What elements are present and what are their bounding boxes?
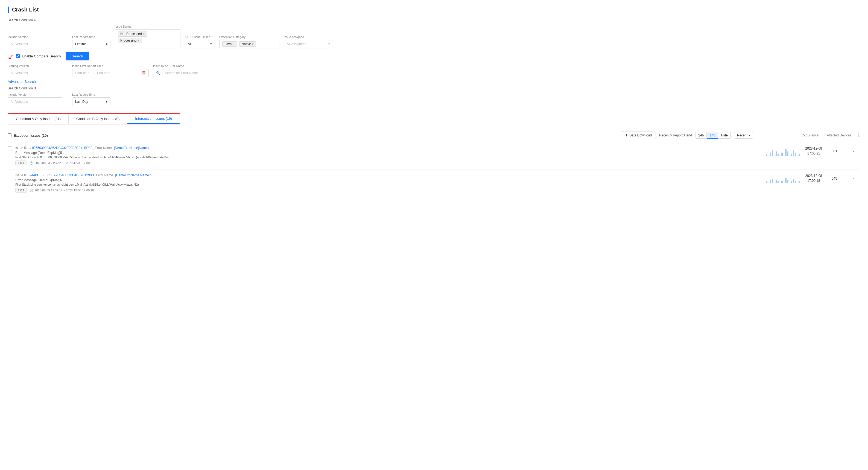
condition-b-label: Search Condition B	[8, 86, 860, 90]
issue-1-checkbox[interactable]	[8, 147, 12, 151]
issue-id-error-name-label: Issue ID or Error Name	[153, 64, 860, 67]
exception-category-input[interactable]: Java × Native ×	[219, 40, 279, 49]
include-version-b-field: Include Version	[8, 93, 68, 106]
issue-status-input[interactable]: Not Processed × Processing ×	[115, 29, 180, 49]
advanced-search-link[interactable]: Advanced Search	[8, 80, 36, 84]
issue-first-report-time-field: Issue First Report Time Start date → End…	[72, 64, 149, 77]
tag-not-processed[interactable]: Not Processed ×	[118, 31, 147, 37]
issue-assignee-select[interactable]: All Assignees ▾	[284, 40, 333, 49]
tag-close-processing[interactable]: ×	[137, 39, 139, 42]
issue-id-label-2: Issue ID	[15, 174, 27, 177]
error-name-label-2: Error Name	[96, 174, 113, 177]
issue-assignee-label: Issue Assignee	[284, 35, 333, 38]
issue-error-message-1: Error Message [DemoExpMsg]5	[15, 151, 753, 155]
recent-dropdown[interactable]: Recent ▾	[734, 132, 753, 138]
chevron-down-icon: ▾	[106, 42, 107, 46]
search-icon: 🔍	[156, 71, 160, 75]
starting-version-input[interactable]	[8, 69, 62, 77]
issue-first-report-time-input[interactable]: Start date → End date 📅	[72, 69, 149, 77]
chevron-down-icon-assignee: ▾	[328, 42, 330, 46]
tag-processing[interactable]: Processing ×	[118, 38, 142, 43]
clock-icon-2: 🕐	[30, 189, 33, 192]
exception-category-label: Exception Category	[219, 35, 279, 38]
clock-icon-1: 🕐	[30, 161, 33, 165]
trend-label: Recently Report Trend	[659, 133, 692, 137]
issue-id-link-1[interactable]: 41D55039024A62DCC32F92F3C911BD2E	[30, 146, 93, 150]
error-name-label-1: Error Name	[95, 146, 112, 150]
issue-version-1: 1.0.1	[15, 160, 27, 165]
last-report-time-b-label: Last Report Time	[72, 93, 111, 96]
starting-version-field: Starting Version	[8, 64, 68, 77]
tab-condition-a[interactable]: Condition A Only Issues (81)	[8, 114, 69, 124]
issue-time-range-1: 🕐 2023-08-03 21:37:23 ~ 2023-12-08 17:00…	[30, 161, 94, 165]
tapd-select[interactable]: All ▾	[185, 40, 215, 49]
include-version-b-label: Include Version	[8, 93, 68, 96]
calendar-icon: 📅	[142, 71, 146, 75]
tabs-container: Condition A Only Issues (81) Condition B…	[8, 113, 180, 124]
tag-close-not-processed[interactable]: ×	[143, 32, 145, 35]
issue-status-field: Issue Status Not Processed × Processing …	[115, 25, 180, 49]
tapd-issue-linked-field: TAPD Issue Linked? All ▾	[185, 35, 215, 49]
last-report-time-field: Last Report Time Lifetime ▾	[72, 35, 111, 49]
last-report-time-label: Last Report Time	[72, 35, 111, 38]
data-download-button[interactable]: ⬇ Data Download	[621, 131, 656, 139]
col-right-headers: Occurrence Affected Devices ⓘ	[756, 133, 860, 138]
exception-category-field: Exception Category Java × Native ×	[219, 35, 279, 49]
issue-first-report-time-label: Issue First Report Time	[72, 64, 149, 67]
tag-close-native[interactable]: ×	[252, 42, 254, 46]
date-range-arrow: →	[92, 71, 95, 75]
issue-affected-1: -	[847, 149, 860, 153]
issue-error-message-2: Error Message [DemoExpMsg]6	[15, 178, 753, 182]
issue-stack-1: First Stack Line #00 pc 0000000000042558…	[15, 156, 753, 159]
tab-intersection[interactable]: Intersection Issues (19)	[127, 114, 180, 124]
trend-btn-24h[interactable]: 24h	[695, 132, 707, 138]
issue-report-time-2: 2023-12-0817:00:18	[805, 174, 822, 183]
issue-time-range-2: 🕐 2023-08-03 19:37:17 ~ 2023-12-08 17:00…	[30, 189, 94, 192]
issue-occurrence-1: 581	[828, 149, 841, 153]
condition-a-label: Search Condition A	[8, 18, 860, 22]
starting-version-label: Starting Version	[8, 64, 68, 67]
download-icon: ⬇	[625, 133, 628, 137]
chevron-down-icon-b: ▾	[106, 100, 107, 104]
issue-report-time-1: 2023-12-0817:00:21	[805, 146, 822, 156]
issue-occurrence-2: 545	[828, 176, 841, 181]
select-all-checkbox[interactable]	[8, 133, 11, 137]
issue-assignee-field: Issue Assignee All Assignees ▾	[284, 35, 333, 49]
issue-2-checkbox[interactable]	[8, 174, 12, 178]
include-version-label: Include Version	[8, 35, 68, 38]
trend-btn-hide[interactable]: Hide	[718, 132, 731, 138]
arrow-indicator: ↙	[8, 53, 14, 61]
enable-compare-checkbox[interactable]	[16, 54, 20, 58]
chevron-down-icon-recent: ▾	[748, 133, 750, 137]
tapd-label: TAPD Issue Linked?	[185, 35, 215, 38]
issue-stack-2: First Stack Line com.tencent.crashsight.…	[15, 183, 753, 186]
last-report-time-select[interactable]: Lifetime ▾	[72, 40, 111, 49]
tag-close-java[interactable]: ×	[232, 42, 234, 46]
issue-affected-2: -	[847, 176, 860, 181]
issue-id-error-name-field: Issue ID or Error Name 🔍	[153, 64, 860, 77]
error-name-link-1[interactable]: [DemoExpName]Name4	[114, 146, 150, 150]
last-report-time-b-select[interactable]: Last Day ▾	[72, 97, 111, 106]
include-version-b-input[interactable]	[8, 97, 62, 106]
table-header: Exception Issues (19) ⬇ Data Download Re…	[8, 129, 860, 142]
info-icon: ⓘ	[857, 133, 860, 138]
page-title: Crash List	[8, 6, 860, 13]
tag-java[interactable]: Java ×	[222, 41, 237, 47]
error-name-link-2[interactable]: [DemoExpName]Name7	[115, 174, 151, 177]
issue-id-link-2[interactable]: 944BDE50FC86A9C510ECDB4DE931290B	[30, 174, 94, 177]
issue-status-label: Issue Status	[115, 25, 180, 28]
tab-condition-b[interactable]: Condition B Only Issues (0)	[69, 114, 127, 124]
search-button[interactable]: Search	[66, 52, 89, 60]
issue-chart-1	[766, 146, 800, 156]
include-version-field: Include Version	[8, 35, 68, 49]
issue-row: Issue ID 41D55039024A62DCC32F92F3C911BD2…	[8, 142, 860, 169]
tag-native[interactable]: Native ×	[239, 41, 256, 47]
include-version-input[interactable]	[8, 40, 62, 49]
issue-version-2: 1.0.1	[15, 188, 27, 193]
enable-compare-label[interactable]: Enable Compare Search	[22, 54, 61, 58]
trend-buttons: 24h 14d Hide	[695, 132, 731, 138]
issue-id-label-1: Issue ID	[15, 146, 27, 150]
issue-id-error-name-input[interactable]	[162, 69, 857, 77]
trend-btn-14d[interactable]: 14d	[707, 132, 718, 138]
chevron-down-icon-tapd: ▾	[210, 42, 212, 46]
